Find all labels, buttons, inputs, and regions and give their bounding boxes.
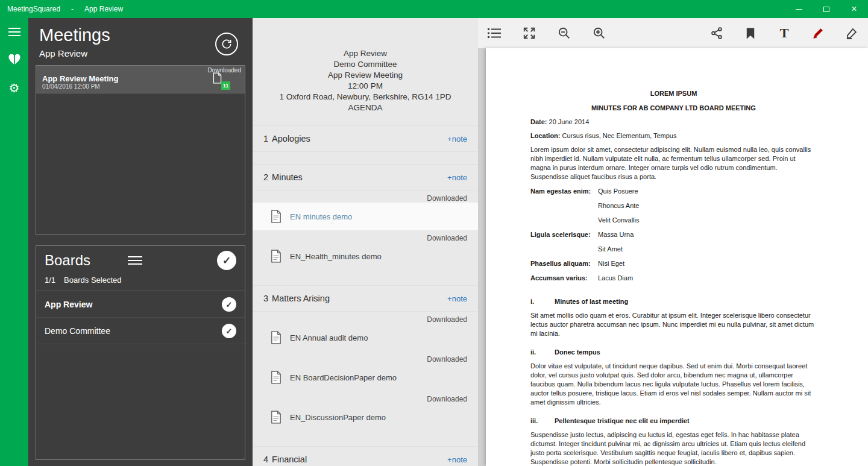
document-name: EN_Health_minutes demo: [290, 252, 382, 261]
sync-icon: [221, 38, 233, 50]
highlighter-button[interactable]: [844, 25, 860, 41]
doc-paragraph: Suspendisse justo lectus, adipiscing eu …: [530, 430, 817, 466]
meetings-panel-title: Meetings: [39, 25, 110, 45]
fullscreen-button[interactable]: [521, 25, 537, 41]
document-name: EN Annual audit demo: [290, 333, 368, 342]
agenda-section-financial[interactable]: 4Financial +note: [253, 446, 478, 466]
agenda-section-minutes[interactable]: 2Minutes +note: [253, 164, 478, 190]
add-note-link[interactable]: +note: [447, 455, 467, 464]
document-icon: [271, 210, 281, 223]
doc-field-row: Nam egestas enim: Quis Posuere: [530, 187, 817, 196]
doc-numbered-heading: i. Minutes of last meeting: [530, 297, 817, 306]
bookmark-icon: [746, 27, 755, 40]
downloaded-label: Downloaded: [253, 395, 478, 403]
zoom-out-button[interactable]: [556, 25, 572, 41]
doc-title: LOREM IPSUM: [530, 89, 817, 98]
logo-icon[interactable]: [8, 53, 21, 65]
settings-icon[interactable]: ⚙: [9, 82, 20, 94]
boards-selected-count: 1/1: [45, 276, 55, 285]
agenda-panel: App Review Demo Committee App Review Mee…: [253, 18, 478, 466]
board-name: App Review: [45, 300, 92, 309]
titlebar: MeetingSquared - App Review ×: [0, 0, 868, 18]
share-button[interactable]: [709, 25, 725, 41]
document-icon: [271, 331, 281, 344]
boards-header: Boards ✓ 1/1 Boards Selected: [36, 246, 245, 291]
highlighter-icon: [845, 27, 858, 40]
check-icon: ✓: [226, 300, 233, 309]
document-icon: [213, 72, 222, 84]
bookmark-button[interactable]: [743, 25, 758, 41]
meeting-datetime: 01/04/2016 12:00 PM: [42, 83, 100, 90]
downloaded-label: Downloaded: [253, 194, 478, 203]
boards-selected-label: Boards Selected: [64, 276, 121, 285]
agenda-header-line: 12:00 PM: [253, 81, 478, 92]
minimize-button[interactable]: [785, 0, 813, 18]
window-title: MeetingSquared - App Review: [0, 5, 123, 13]
board-name: Demo Committee: [45, 326, 110, 336]
agenda-document-row[interactable]: EN minutes demo: [253, 203, 478, 230]
agenda-section-title: 2Minutes: [263, 172, 303, 182]
red-pen-icon: [811, 27, 825, 40]
agenda-list-button[interactable]: [486, 25, 502, 41]
agenda-section-matters-arising[interactable]: 3Matters Arising +note: [253, 285, 478, 312]
doc-field-row: Sit Amet: [530, 245, 817, 254]
meeting-list-item[interactable]: Downloaded App Review Meeting 01/04/2016…: [36, 66, 245, 93]
sync-button[interactable]: [215, 33, 238, 55]
zoom-in-button[interactable]: [591, 25, 607, 41]
agenda-document-row[interactable]: EN_DiscussionPaper demo: [253, 403, 478, 431]
pen-annotation-button[interactable]: [810, 25, 826, 41]
doc-date-line: Date: 20 June 2014: [530, 118, 817, 127]
doc-numbered-heading: iii. Pellentesque tristique nec elit eu …: [530, 417, 817, 426]
add-note-link[interactable]: +note: [447, 294, 467, 303]
zoom-out-icon: [558, 27, 571, 40]
agenda-section-title: 4Financial: [263, 455, 307, 464]
text-annotation-button[interactable]: T: [776, 25, 792, 41]
viewer-toolbar-right: T: [709, 25, 860, 41]
document-viewer: T LOREM IPSUM MINUTES FOR AB COMPANY LTD…: [478, 18, 868, 466]
add-note-link[interactable]: +note: [447, 173, 467, 182]
agenda-section-apologies[interactable]: 1Apologies +note: [253, 125, 478, 152]
document-icon: [271, 371, 281, 384]
fullscreen-icon: [523, 27, 536, 40]
select-all-boards-button[interactable]: ✓: [217, 251, 236, 270]
agenda-document-row[interactable]: EN BoardDecisionPaper demo: [253, 364, 478, 391]
doc-paragraph: Sit amet mollis odio quam et eros. Curab…: [530, 311, 817, 338]
agenda-header: App Review Demo Committee App Review Mee…: [253, 18, 478, 113]
text-tool-icon: T: [780, 27, 789, 40]
left-panel: Meetings App Review Downloaded App Revie…: [28, 18, 253, 466]
document-count-badge: 11: [221, 81, 230, 90]
document-name: EN minutes demo: [290, 212, 352, 221]
downloaded-label: Downloaded: [253, 234, 478, 242]
doc-subtitle: MINUTES FOR AB COMPANY LTD BOARD MEETING: [530, 104, 817, 113]
downloaded-label: Downloaded: [253, 355, 478, 364]
agenda-section-title: 1Apologies: [263, 134, 310, 143]
maximize-icon: [823, 7, 829, 12]
nav-rail: ⚙: [0, 18, 28, 466]
downloaded-label: Downloaded: [253, 315, 478, 324]
meeting-name: App Review Meeting: [42, 74, 118, 83]
meeting-list: Downloaded App Review Meeting 01/04/2016…: [36, 65, 245, 235]
agenda-document-row[interactable]: EN Annual audit demo: [253, 324, 478, 351]
app-name: MeetingSquared: [7, 5, 60, 13]
close-button[interactable]: ×: [840, 0, 868, 18]
doc-numbered-heading: ii. Donec tempus: [530, 348, 817, 357]
doc-field-row: Ligula scelerisque: Massa Urna: [530, 230, 817, 239]
add-note-link[interactable]: +note: [447, 134, 467, 143]
document-page: LOREM IPSUM MINUTES FOR AB COMPANY LTD B…: [486, 48, 868, 466]
agenda-header-line: 1 Oxford Road, Newbury, Berkshire, RG14 …: [253, 92, 478, 102]
check-icon: ✓: [222, 254, 231, 267]
boards-panel: Boards ✓ 1/1 Boards Selected App Review …: [36, 245, 245, 460]
board-row-app-review[interactable]: App Review ✓: [36, 291, 245, 318]
menu-icon[interactable]: [8, 28, 20, 36]
viewer-toolbar-left: [486, 25, 607, 41]
doc-field-row: Accumsan varius: Lacus Diam: [530, 274, 817, 283]
boards-menu-icon[interactable]: [128, 256, 142, 265]
doc-field-row: Phasellus aliquam: Nisi Eget: [530, 259, 817, 268]
doc-field-row: Velit Convallis: [530, 216, 817, 225]
maximize-button[interactable]: [813, 0, 840, 18]
board-selected-check[interactable]: ✓: [222, 324, 236, 338]
board-row-demo-committee[interactable]: Demo Committee ✓: [36, 318, 245, 344]
board-selected-check[interactable]: ✓: [222, 297, 236, 312]
agenda-document-row[interactable]: EN_Health_minutes demo: [253, 242, 478, 270]
agenda-section-title: 3Matters Arising: [263, 294, 330, 303]
